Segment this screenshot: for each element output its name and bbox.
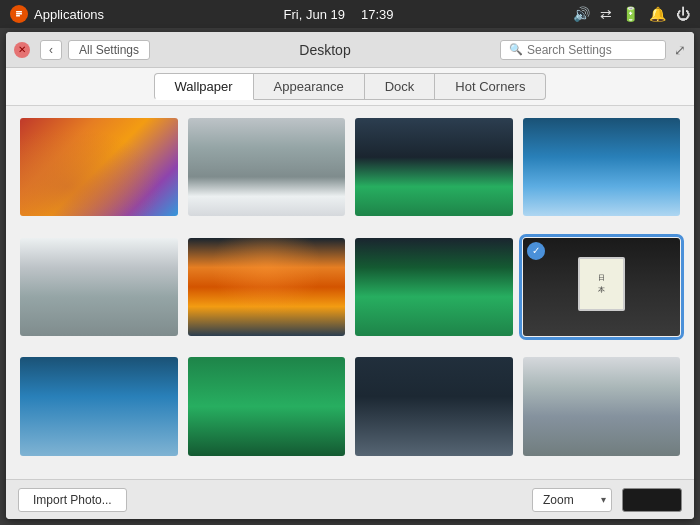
app-icon[interactable]: [10, 5, 28, 23]
date-display: Fri, Jun 19: [284, 7, 345, 22]
notification-icon[interactable]: 🔔: [649, 6, 666, 22]
close-button[interactable]: ✕: [14, 42, 30, 58]
system-bar-right: 🔊 ⇄ 🔋 🔔 ⏻: [573, 6, 690, 22]
search-icon: 🔍: [509, 43, 523, 56]
back-button[interactable]: ‹: [40, 40, 62, 60]
wallpaper-item-1[interactable]: ✓: [20, 118, 178, 216]
system-bar-left: Applications: [10, 5, 104, 23]
wallpaper-item-3[interactable]: ✓: [355, 118, 513, 216]
wallpaper-item-11[interactable]: ✓: [355, 357, 513, 455]
all-settings-button[interactable]: All Settings: [68, 40, 150, 60]
time-display: 17:39: [361, 7, 394, 22]
tab-wallpaper[interactable]: Wallpaper: [154, 73, 254, 100]
wallpaper-item-9[interactable]: ✓: [20, 357, 178, 455]
zoom-select-wrap: Zoom Fit Stretch Center Tile: [532, 488, 612, 512]
search-box[interactable]: 🔍: [500, 40, 666, 60]
zoom-select[interactable]: Zoom Fit Stretch Center Tile: [532, 488, 612, 512]
color-swatch[interactable]: [622, 488, 682, 512]
wallpaper-item-4[interactable]: ✓: [523, 118, 681, 216]
wallpaper-item-6[interactable]: ✓: [188, 238, 346, 336]
nav-controls: ‹ All Settings: [40, 40, 150, 60]
bottom-bar: Import Photo... Zoom Fit Stretch Center …: [6, 479, 694, 519]
wallpaper-item-8[interactable]: ✓日本: [523, 238, 681, 336]
tab-appearance[interactable]: Appearance: [254, 73, 365, 100]
title-bar: ✕ ‹ All Settings Desktop 🔍 ⤢: [6, 32, 694, 68]
selected-check-icon: ✓: [527, 242, 545, 260]
system-bar-center: Fri, Jun 19 17:39: [284, 7, 394, 22]
fullscreen-button[interactable]: ⤢: [674, 42, 686, 58]
wallpaper-item-7[interactable]: ✓: [355, 238, 513, 336]
window-title: Desktop: [150, 42, 500, 58]
wallpaper-item-12[interactable]: ✓: [523, 357, 681, 455]
wallpaper-item-5[interactable]: ✓: [20, 238, 178, 336]
wallpaper-item-2[interactable]: ✓: [188, 118, 346, 216]
wallpaper-item-10[interactable]: ✓: [188, 357, 346, 455]
network-icon[interactable]: ⇄: [600, 6, 612, 22]
tab-dock[interactable]: Dock: [365, 73, 436, 100]
svg-rect-2: [16, 11, 22, 13]
svg-rect-3: [16, 15, 20, 17]
search-input[interactable]: [527, 43, 657, 57]
app-label: Applications: [34, 7, 104, 22]
system-bar: Applications Fri, Jun 19 17:39 🔊 ⇄ 🔋 🔔 ⏻: [0, 0, 700, 28]
volume-icon[interactable]: 🔊: [573, 6, 590, 22]
power-icon[interactable]: ⏻: [676, 6, 690, 22]
tabs-bar: Wallpaper Appearance Dock Hot Corners: [6, 68, 694, 106]
svg-rect-1: [16, 13, 22, 15]
import-photo-button[interactable]: Import Photo...: [18, 488, 127, 512]
battery-icon[interactable]: 🔋: [622, 6, 639, 22]
wallpaper-grid: ✓✓✓✓✓✓✓✓日本✓✓✓✓: [6, 106, 694, 479]
desktop-settings-window: ✕ ‹ All Settings Desktop 🔍 ⤢ Wallpaper A…: [6, 32, 694, 519]
tab-hot-corners[interactable]: Hot Corners: [435, 73, 546, 100]
